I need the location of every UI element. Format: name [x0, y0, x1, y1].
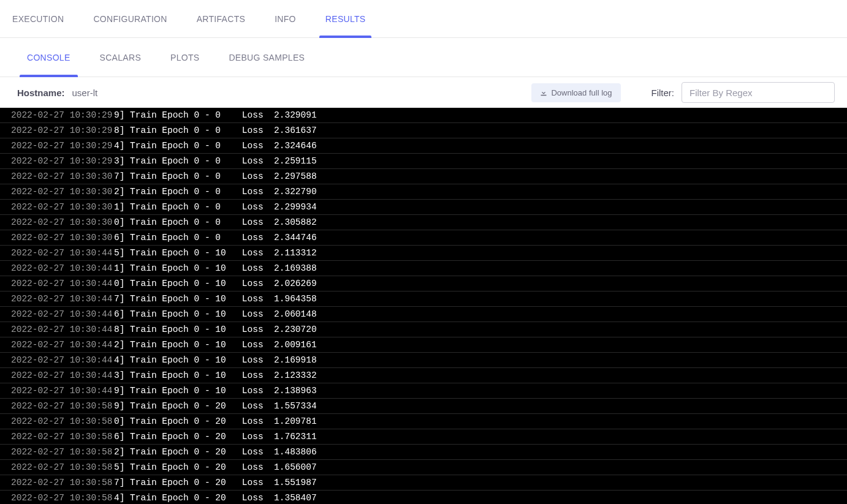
log-message: 3] Train Epoch 0 - 0 Loss 2.259115	[104, 154, 847, 168]
log-timestamp: 2022-02-27 10:30:44	[0, 307, 104, 322]
log-message: 5] Train Epoch 0 - 10 Loss 2.113312	[104, 246, 847, 260]
log-message: 1] Train Epoch 0 - 0 Loss 2.299934	[104, 200, 847, 214]
log-message: 7] Train Epoch 0 - 0 Loss 2.297588	[104, 169, 847, 184]
log-timestamp: 2022-02-27 10:30:29	[0, 108, 104, 122]
log-timestamp: 2022-02-27 10:30:29	[0, 123, 104, 138]
log-timestamp: 2022-02-27 10:30:30	[0, 200, 104, 214]
log-message: 4] Train Epoch 0 - 10 Loss 2.169918	[104, 353, 847, 367]
log-row: 2022-02-27 10:30:302] Train Epoch 0 - 0 …	[0, 184, 847, 200]
log-timestamp: 2022-02-27 10:30:44	[0, 383, 104, 398]
tabs-primary: EXECUTIONCONFIGURATIONARTIFACTSINFORESUL…	[0, 0, 847, 38]
log-timestamp: 2022-02-27 10:30:30	[0, 215, 104, 230]
log-timestamp: 2022-02-27 10:30:30	[0, 230, 104, 245]
log-message: 2] Train Epoch 0 - 0 Loss 2.322790	[104, 184, 847, 199]
log-message: 7] Train Epoch 0 - 20 Loss 1.551987	[104, 475, 847, 490]
log-timestamp: 2022-02-27 10:30:44	[0, 291, 104, 306]
log-timestamp: 2022-02-27 10:30:44	[0, 246, 104, 260]
log-timestamp: 2022-02-27 10:30:44	[0, 337, 104, 352]
log-timestamp: 2022-02-27 10:30:44	[0, 261, 104, 276]
log-message: 4] Train Epoch 0 - 0 Loss 2.324646	[104, 138, 847, 153]
subtab-console[interactable]: CONSOLE	[27, 38, 70, 77]
subtab-plots[interactable]: PLOTS	[170, 38, 199, 77]
log-message: 9] Train Epoch 0 - 20 Loss 1.557334	[104, 399, 847, 413]
log-timestamp: 2022-02-27 10:30:44	[0, 322, 104, 337]
log-row: 2022-02-27 10:30:294] Train Epoch 0 - 0 …	[0, 138, 847, 154]
subtab-scalars[interactable]: SCALARS	[100, 38, 141, 77]
log-message: 2] Train Epoch 0 - 10 Loss 2.009161	[104, 337, 847, 352]
log-row: 2022-02-27 10:30:442] Train Epoch 0 - 10…	[0, 337, 847, 353]
log-row: 2022-02-27 10:30:441] Train Epoch 0 - 10…	[0, 261, 847, 276]
log-message: 4] Train Epoch 0 - 20 Loss 1.358407	[104, 491, 847, 504]
tab-artifacts[interactable]: ARTIFACTS	[197, 0, 245, 38]
log-row: 2022-02-27 10:30:580] Train Epoch 0 - 20…	[0, 414, 847, 429]
log-timestamp: 2022-02-27 10:30:30	[0, 169, 104, 184]
log-row: 2022-02-27 10:30:447] Train Epoch 0 - 10…	[0, 291, 847, 307]
log-row: 2022-02-27 10:30:300] Train Epoch 0 - 0 …	[0, 215, 847, 230]
log-message: 0] Train Epoch 0 - 0 Loss 2.305882	[104, 215, 847, 230]
tab-info[interactable]: INFO	[275, 0, 296, 38]
log-row: 2022-02-27 10:30:586] Train Epoch 0 - 20…	[0, 429, 847, 445]
log-row: 2022-02-27 10:30:440] Train Epoch 0 - 10…	[0, 276, 847, 291]
log-timestamp: 2022-02-27 10:30:29	[0, 138, 104, 153]
log-row: 2022-02-27 10:30:589] Train Epoch 0 - 20…	[0, 399, 847, 414]
log-row: 2022-02-27 10:30:587] Train Epoch 0 - 20…	[0, 475, 847, 491]
tab-results[interactable]: RESULTS	[325, 0, 366, 38]
log-message: 7] Train Epoch 0 - 10 Loss 1.964358	[104, 291, 847, 306]
log-row: 2022-02-27 10:30:449] Train Epoch 0 - 10…	[0, 383, 847, 399]
log-timestamp: 2022-02-27 10:30:58	[0, 460, 104, 475]
log-row: 2022-02-27 10:30:446] Train Epoch 0 - 10…	[0, 307, 847, 322]
log-row: 2022-02-27 10:30:298] Train Epoch 0 - 0 …	[0, 123, 847, 138]
log-message: 9] Train Epoch 0 - 0 Loss 2.329091	[104, 108, 847, 122]
log-row: 2022-02-27 10:30:301] Train Epoch 0 - 0 …	[0, 200, 847, 215]
download-full-log-button[interactable]: Download full log	[531, 83, 620, 102]
log-timestamp: 2022-02-27 10:30:30	[0, 184, 104, 199]
log-timestamp: 2022-02-27 10:30:58	[0, 491, 104, 504]
download-icon	[540, 89, 547, 96]
log-row: 2022-02-27 10:30:299] Train Epoch 0 - 0 …	[0, 108, 847, 123]
tab-execution[interactable]: EXECUTION	[12, 0, 64, 38]
log-row: 2022-02-27 10:30:584] Train Epoch 0 - 20…	[0, 491, 847, 504]
log-message: 8] Train Epoch 0 - 10 Loss 2.230720	[104, 322, 847, 337]
log-timestamp: 2022-02-27 10:30:58	[0, 414, 104, 429]
log-row: 2022-02-27 10:30:307] Train Epoch 0 - 0 …	[0, 169, 847, 184]
log-row: 2022-02-27 10:30:582] Train Epoch 0 - 20…	[0, 445, 847, 460]
log-row: 2022-02-27 10:30:448] Train Epoch 0 - 10…	[0, 322, 847, 337]
tabs-secondary: CONSOLESCALARSPLOTSDEBUG SAMPLES	[0, 38, 847, 77]
filter-input[interactable]	[682, 82, 835, 103]
log-message: 3] Train Epoch 0 - 10 Loss 2.123332	[104, 368, 847, 383]
log-timestamp: 2022-02-27 10:30:58	[0, 399, 104, 413]
log-timestamp: 2022-02-27 10:30:29	[0, 154, 104, 168]
log-message: 0] Train Epoch 0 - 10 Loss 2.026269	[104, 276, 847, 291]
log-row: 2022-02-27 10:30:585] Train Epoch 0 - 20…	[0, 460, 847, 475]
hostname-value: user-lt	[72, 88, 98, 98]
log-timestamp: 2022-02-27 10:30:44	[0, 276, 104, 291]
log-message: 5] Train Epoch 0 - 20 Loss 1.656007	[104, 460, 847, 475]
tab-configuration[interactable]: CONFIGURATION	[93, 0, 167, 38]
log-message: 0] Train Epoch 0 - 20 Loss 1.209781	[104, 414, 847, 429]
log-timestamp: 2022-02-27 10:30:44	[0, 353, 104, 367]
log-message: 8] Train Epoch 0 - 0 Loss 2.361637	[104, 123, 847, 138]
log-timestamp: 2022-02-27 10:30:58	[0, 475, 104, 490]
controls-bar: Hostname: user-lt Download full log Filt…	[0, 77, 847, 108]
log-timestamp: 2022-02-27 10:30:44	[0, 368, 104, 383]
log-row: 2022-02-27 10:30:443] Train Epoch 0 - 10…	[0, 368, 847, 383]
log-message: 6] Train Epoch 0 - 10 Loss 2.060148	[104, 307, 847, 322]
log-timestamp: 2022-02-27 10:30:58	[0, 429, 104, 444]
log-timestamp: 2022-02-27 10:30:58	[0, 445, 104, 459]
log-row: 2022-02-27 10:30:444] Train Epoch 0 - 10…	[0, 353, 847, 368]
hostname-label: Hostname:	[17, 88, 65, 98]
console-output[interactable]: 2022-02-27 10:30:299] Train Epoch 0 - 0 …	[0, 108, 847, 504]
subtab-debug[interactable]: DEBUG SAMPLES	[229, 38, 305, 77]
log-message: 2] Train Epoch 0 - 20 Loss 1.483806	[104, 445, 847, 459]
log-row: 2022-02-27 10:30:445] Train Epoch 0 - 10…	[0, 246, 847, 261]
log-message: 1] Train Epoch 0 - 10 Loss 2.169388	[104, 261, 847, 276]
log-message: 6] Train Epoch 0 - 0 Loss 2.344746	[104, 230, 847, 245]
filter-label: Filter:	[651, 88, 675, 98]
log-message: 6] Train Epoch 0 - 20 Loss 1.762311	[104, 429, 847, 444]
log-row: 2022-02-27 10:30:293] Train Epoch 0 - 0 …	[0, 154, 847, 169]
download-full-log-label: Download full log	[551, 88, 612, 97]
log-message: 9] Train Epoch 0 - 10 Loss 2.138963	[104, 383, 847, 398]
log-row: 2022-02-27 10:30:306] Train Epoch 0 - 0 …	[0, 230, 847, 246]
